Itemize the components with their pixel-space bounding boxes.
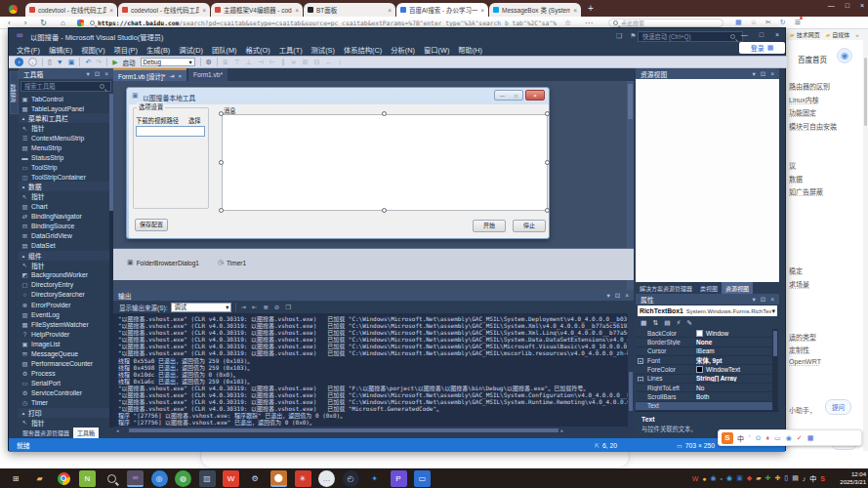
document-tab[interactable]: Form1.vb* xyxy=(188,68,227,81)
property-row[interactable]: Text xyxy=(636,402,772,411)
more-icon[interactable]: ⋯ xyxy=(585,19,593,27)
properties-header[interactable]: 属性 ▾ ⊡ × xyxy=(636,294,779,305)
toolbox-item[interactable]: ▥EventLog xyxy=(19,309,113,319)
apps-grid-icon[interactable]: ▦ xyxy=(735,19,742,26)
save-config-button[interactable]: 保存配置 xyxy=(135,219,168,231)
pin-icon[interactable]: ⇥ xyxy=(169,72,174,79)
toolbox-search-input[interactable]: 搜索工具箱 xyxy=(21,81,111,92)
output-tool-icon[interactable]: ⇤ xyxy=(252,304,257,311)
close-icon[interactable]: × xyxy=(770,296,774,303)
toolbox-item[interactable]: ↖指针 xyxy=(19,418,113,427)
toolbar-icon[interactable]: ⊞ xyxy=(303,59,309,66)
tray-icon[interactable]: ◉ xyxy=(710,474,716,482)
toolbox-item[interactable]: ▥Chart xyxy=(19,202,113,212)
feishu-app[interactable]: ✦ xyxy=(366,470,383,487)
start-debug-label[interactable]: 启动 xyxy=(123,58,136,67)
toolbox-item[interactable]: ⇄BindingNavigator xyxy=(19,212,113,222)
start-debug-icon[interactable]: ▶ xyxy=(112,59,117,66)
dock-tab-toolbox[interactable]: 工具箱 xyxy=(73,427,99,438)
pin-icon[interactable]: ⊡ xyxy=(761,296,765,304)
bookmark-item[interactable]: ▰技术网页 xyxy=(790,30,820,39)
tray-icon[interactable]: ▫ xyxy=(721,475,723,482)
pin-icon[interactable]: ⊡ xyxy=(95,70,100,78)
browser-minimize-icon[interactable]: — xyxy=(828,2,835,9)
sogou-ime-bar[interactable]: S 中’⊙♦▭◉✓▦ xyxy=(718,429,862,446)
dock-tab-server-explorer[interactable]: 服务器资源管理器 xyxy=(19,427,73,438)
chevron-down-icon[interactable]: ▾ xyxy=(606,292,609,300)
toolbox-section[interactable]: ▴菜单和工具栏 xyxy=(19,113,113,123)
menu-item[interactable]: 视图(V) xyxy=(81,45,104,55)
selection-handle[interactable] xyxy=(219,111,224,116)
toolbox-item[interactable]: ▭SerialPort xyxy=(19,378,113,387)
menu-item[interactable]: 编辑(E) xyxy=(49,45,72,55)
ime-icon[interactable]: ♦ xyxy=(765,434,769,441)
toolbar-icon[interactable]: ⊤ xyxy=(234,59,240,66)
menu-item[interactable]: 文件(F) xyxy=(17,45,40,55)
start-button[interactable]: 开始 xyxy=(473,220,506,232)
toolbox-header[interactable]: 工具箱 ▾ ⊡ × xyxy=(19,68,113,79)
file-explorer[interactable]: ▰ xyxy=(31,470,48,487)
output-tool-icon[interactable]: ⊘ xyxy=(274,304,279,311)
chevron-down-icon[interactable]: ▾ xyxy=(752,70,755,78)
tab-close-icon[interactable]: × xyxy=(388,7,392,14)
choose-link[interactable]: 选择 xyxy=(188,116,201,125)
ime-icon[interactable]: ’ xyxy=(749,434,751,441)
vs-minimize-icon[interactable]: — xyxy=(741,31,748,38)
output-tool-icon[interactable]: ≣ xyxy=(263,304,268,311)
save-icon[interactable]: ▼ xyxy=(57,59,63,65)
notification-flag-icon[interactable]: ⚑ xyxy=(630,32,636,40)
toolbox-item[interactable]: ↖指针 xyxy=(19,191,113,201)
tray-icon[interactable]: ▰ xyxy=(756,474,761,482)
quick-launch-input[interactable]: 快速启动 (Ctrl+Q) xyxy=(638,31,743,42)
baidu-home-link[interactable]: 百度首页 xyxy=(798,54,827,64)
menu-item[interactable]: 测试(S) xyxy=(311,45,335,55)
close-icon[interactable]: × xyxy=(770,70,774,77)
extension-icon[interactable] xyxy=(77,20,84,26)
tab-close-icon[interactable]: × xyxy=(480,7,484,14)
form-close-button[interactable]: × xyxy=(525,90,545,101)
toolbar-icon[interactable]: ∥ xyxy=(281,59,285,66)
selection-handle[interactable] xyxy=(219,160,224,165)
ime-icon[interactable]: ▦ xyxy=(807,434,814,442)
caret-right-icon[interactable]: ▸ xyxy=(561,427,564,433)
properties-scrollbar[interactable] xyxy=(772,329,778,411)
forward-icon[interactable]: › xyxy=(24,19,27,27)
toolbox-item[interactable]: ▢DirectoryEntry xyxy=(19,280,113,290)
sogou-tray-icon[interactable]: S xyxy=(820,475,825,482)
bookmark-item[interactable]: ▰自媒体 xyxy=(826,30,850,39)
toolbar-icon[interactable]: ≣ xyxy=(223,59,228,66)
ask-button[interactable]: 提问 xyxy=(825,399,851,415)
properties-tool-icon[interactable]: ✎ xyxy=(686,319,692,327)
close-icon[interactable]: × xyxy=(104,70,108,77)
selection-handle[interactable] xyxy=(382,208,387,213)
tray-icon[interactable]: ♪ xyxy=(803,475,806,482)
toolbox-section[interactable]: ▴打印 xyxy=(19,408,113,418)
tab-close-icon[interactable]: × xyxy=(109,7,113,14)
toolbar-icon[interactable]: ≍ xyxy=(291,59,297,66)
avatar[interactable]: ◉ xyxy=(837,48,852,63)
feedback-icon[interactable]: ❏ xyxy=(616,32,622,40)
tray-icon[interactable]: ◉ xyxy=(726,474,732,482)
sogou-logo-icon[interactable]: S xyxy=(722,432,733,444)
url-field[interactable]: https://chat.baidu.com/search?pd=csaitab… xyxy=(98,20,557,26)
expand-icon[interactable]: + xyxy=(638,358,643,364)
output-tool-icon[interactable]: ⇥ xyxy=(240,304,245,311)
undo-icon[interactable]: ↶ xyxy=(85,59,91,66)
app-blue-circle[interactable]: ◎ xyxy=(151,470,168,487)
options-gear-icon[interactable]: ⚙ xyxy=(206,59,212,66)
tray-component[interactable]: ◷Timer1 xyxy=(218,259,246,266)
ime-indicator[interactable]: 中 xyxy=(809,473,816,483)
favorites-icon[interactable]: ☆ xyxy=(751,19,757,26)
navigate-forward-icon[interactable]: › xyxy=(28,58,37,66)
vs-close-icon[interactable]: × xyxy=(775,31,779,38)
selection-handle[interactable] xyxy=(545,160,550,165)
property-row[interactable]: BackColorWindow xyxy=(636,329,772,338)
tab-close-icon[interactable]: × xyxy=(573,7,577,14)
menu-item[interactable]: 帮助(H) xyxy=(458,45,482,55)
notepad-app[interactable]: N xyxy=(79,470,96,487)
dock-tab-2[interactable]: 资源视图 xyxy=(722,282,753,294)
settings-gear[interactable]: ⚙ xyxy=(247,470,264,487)
tray-icon[interactable]: ▤ xyxy=(792,474,799,482)
menu-item[interactable]: 生成(B) xyxy=(146,45,170,55)
tray-component[interactable]: ▣FolderBrowserDialog1 xyxy=(127,259,199,266)
